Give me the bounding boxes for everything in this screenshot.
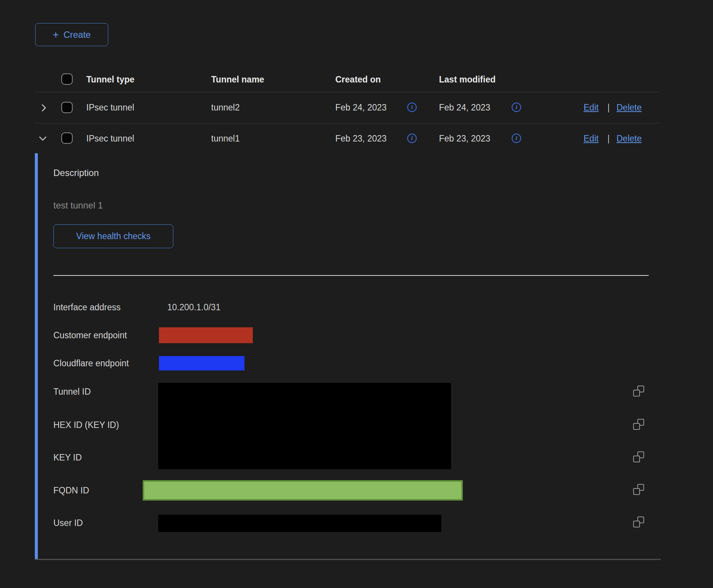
field-label-fqdn-id: FQDN ID: [53, 485, 89, 496]
copy-icon[interactable]: [633, 386, 644, 397]
tunnel-type-cell: IPsec tunnel: [86, 133, 134, 144]
edit-link[interactable]: Edit: [584, 133, 599, 144]
create-button[interactable]: + Create: [35, 23, 108, 46]
delete-link[interactable]: Delete: [616, 102, 641, 113]
copy-icon[interactable]: [633, 484, 644, 495]
copy-icon[interactable]: [633, 516, 644, 528]
plus-icon: +: [53, 30, 59, 40]
table-header: Tunnel type Tunnel name Created on Last …: [0, 66, 713, 92]
table-row-tunnel1: IPsec tunnel tunnel1 Feb 23, 2023 i Feb …: [0, 123, 713, 153]
create-button-label: Create: [64, 30, 91, 40]
info-icon[interactable]: i: [407, 103, 417, 112]
copy-icon[interactable]: [633, 419, 644, 430]
column-header-tunnel-type: Tunnel type: [86, 74, 134, 85]
tunnel-name-cell: tunnel1: [211, 133, 240, 144]
redaction-box-cloudflare-endpoint: [159, 356, 244, 370]
table-row-tunnel2: IPsec tunnel tunnel2 Feb 24, 2023 i Feb …: [0, 92, 713, 123]
tunnels-page: + Create Tunnel type Tunnel name Created…: [0, 0, 713, 588]
edit-link[interactable]: Edit: [584, 102, 599, 113]
tunnel-name-cell: tunnel2: [211, 102, 240, 113]
field-value-interface-address: 10.200.1.0/31: [167, 302, 221, 313]
copy-icon[interactable]: [633, 451, 644, 463]
chevron-down-icon[interactable]: [38, 134, 48, 143]
info-icon[interactable]: i: [512, 134, 521, 143]
view-health-checks-button[interactable]: View health checks: [53, 224, 173, 248]
copy-icon-front: [633, 456, 640, 462]
copy-icon-front: [633, 521, 640, 527]
last-modified-cell: Feb 23, 2023: [439, 133, 490, 144]
field-label-user-id: User ID: [53, 517, 83, 529]
row-checkbox[interactable]: [61, 102, 73, 113]
redaction-box-fqdn-id: [143, 480, 463, 501]
last-modified-cell: Feb 24, 2023: [439, 102, 490, 113]
field-label-interface-address: Interface address: [53, 302, 121, 313]
section-divider: [53, 275, 649, 276]
column-header-created-on: Created on: [335, 74, 381, 85]
redaction-box-ids: [158, 383, 451, 469]
tunnel-type-cell: IPsec tunnel: [86, 102, 134, 113]
info-icon[interactable]: i: [512, 103, 521, 112]
select-all-checkbox[interactable]: [61, 73, 73, 85]
action-separator: |: [607, 102, 610, 113]
column-header-last-modified: Last modified: [439, 74, 496, 85]
created-on-cell: Feb 23, 2023: [335, 133, 387, 144]
redaction-box-user-id: [158, 515, 441, 532]
redaction-box-customer-endpoint: [159, 327, 253, 343]
field-label-tunnel-id: Tunnel ID: [53, 386, 91, 397]
column-header-tunnel-name: Tunnel name: [211, 74, 264, 85]
created-on-cell: Feb 24, 2023: [335, 102, 387, 113]
tunnel-detail-panel: Description test tunnel 1 View health ch…: [35, 153, 659, 559]
copy-icon-front: [633, 390, 640, 397]
copy-icon-front: [633, 423, 640, 430]
field-label-customer-endpoint: Customer endpoint: [53, 330, 127, 341]
description-value: test tunnel 1: [53, 200, 103, 211]
action-separator: |: [607, 133, 610, 144]
chevron-right-icon[interactable]: [39, 103, 48, 113]
delete-link[interactable]: Delete: [616, 133, 641, 144]
field-label-cloudflare-endpoint: Cloudflare endpoint: [53, 358, 129, 369]
info-icon[interactable]: i: [407, 134, 417, 143]
description-label: Description: [53, 168, 99, 178]
row-checkbox[interactable]: [61, 132, 73, 144]
field-label-key-id: KEY ID: [53, 452, 82, 463]
bottom-divider: [35, 559, 661, 560]
field-label-hex-id: HEX ID (KEY ID): [53, 419, 119, 431]
copy-icon-front: [633, 488, 640, 495]
